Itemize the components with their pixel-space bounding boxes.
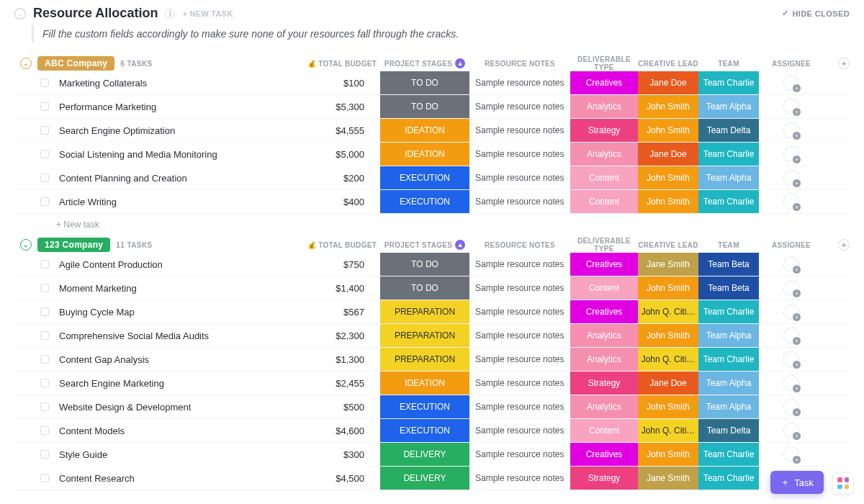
team-cell[interactable]: Team Alpha [698, 372, 759, 395]
stage-cell[interactable]: IDEATION [380, 372, 469, 395]
add-assignee-button[interactable] [783, 423, 799, 438]
task-name[interactable]: Content Models [56, 419, 304, 442]
task-status-checkbox[interactable] [40, 426, 49, 435]
deliverable-cell[interactable]: Analytics [570, 395, 638, 418]
notes-cell[interactable]: Sample resource notes [469, 166, 570, 189]
add-assignee-button[interactable] [783, 328, 799, 343]
add-assignee-button[interactable] [783, 146, 799, 162]
team-cell[interactable]: Team Charlie [698, 443, 759, 466]
budget-cell[interactable]: $4,555 [304, 119, 380, 142]
task-name[interactable]: Marketing Collaterals [56, 71, 304, 94]
task-row[interactable]: Buying Cycle Map$567PREPARATIONSample re… [14, 300, 850, 324]
notes-cell[interactable]: Sample resource notes [469, 467, 570, 490]
notes-cell[interactable]: Sample resource notes [469, 348, 570, 371]
team-cell[interactable]: Team Charlie [698, 190, 759, 213]
notes-cell[interactable]: Sample resource notes [469, 276, 570, 300]
task-name[interactable]: Website Design & Development [56, 395, 304, 418]
col-header-budget[interactable]: 💰 TOTAL BUDGET [304, 241, 380, 249]
deliverable-cell[interactable]: Analytics [570, 348, 638, 371]
creative-lead-cell[interactable]: Jane Smith [638, 467, 698, 490]
task-row[interactable]: Website Design & Development$500EXECUTIO… [14, 395, 850, 419]
stage-cell[interactable]: PREPARATION [380, 348, 469, 371]
creative-lead-cell[interactable]: Jane Doe [638, 143, 698, 166]
budget-cell[interactable]: $4,600 [304, 419, 380, 442]
col-header-notes[interactable]: RESOURCE NOTES [469, 60, 570, 68]
add-assignee-button[interactable] [783, 351, 799, 367]
create-task-fab[interactable]: ＋ Task [770, 471, 824, 494]
team-cell[interactable]: Team Charlie [698, 71, 759, 94]
stage-cell[interactable]: DELIVERY [380, 443, 469, 466]
col-header-lead[interactable]: CREATIVE LEAD [638, 241, 698, 249]
notes-cell[interactable]: Sample resource notes [469, 419, 570, 442]
creative-lead-cell[interactable]: John Q. Citi… [638, 419, 698, 442]
add-assignee-button[interactable] [783, 194, 799, 210]
task-status-checkbox[interactable] [40, 284, 49, 292]
notes-cell[interactable]: Sample resource notes [469, 395, 570, 418]
budget-cell[interactable]: $567 [304, 300, 380, 323]
new-task-button[interactable]: + NEW TASK [182, 9, 233, 18]
add-assignee-button[interactable] [783, 280, 799, 296]
notes-cell[interactable]: Sample resource notes [469, 300, 570, 323]
new-task-row[interactable]: + New task [14, 214, 850, 233]
task-name[interactable]: Style Guide [56, 443, 304, 466]
task-row[interactable]: Performance Marketing$5,300TO DOSample r… [14, 95, 850, 119]
col-header-deliverable[interactable]: DELIVERABLE TYPE [570, 55, 638, 71]
deliverable-cell[interactable]: Analytics [570, 95, 638, 118]
team-cell[interactable]: Team Charlie [698, 348, 759, 371]
col-header-stages[interactable]: PROJECT STAGES ▲ [380, 240, 469, 250]
deliverable-cell[interactable]: Creatives [570, 71, 638, 94]
creative-lead-cell[interactable]: John Q. Citi… [638, 300, 698, 323]
info-icon[interactable]: i [165, 9, 175, 19]
deliverable-cell[interactable]: Content [570, 419, 638, 442]
budget-cell[interactable]: $2,455 [304, 372, 380, 395]
col-header-notes[interactable]: RESOURCE NOTES [469, 241, 570, 249]
team-cell[interactable]: Team Alpha [698, 324, 759, 347]
task-name[interactable]: Search Engine Optimization [56, 119, 304, 142]
deliverable-cell[interactable]: Content [570, 166, 638, 189]
col-header-team[interactable]: TEAM [698, 60, 759, 68]
add-assignee-button[interactable] [783, 399, 799, 415]
stage-cell[interactable]: TO DO [380, 253, 469, 276]
col-header-deliverable[interactable]: DELIVERABLE TYPE [570, 237, 638, 253]
budget-cell[interactable]: $200 [304, 166, 380, 189]
stage-cell[interactable]: IDEATION [380, 143, 469, 166]
col-header-assignee[interactable]: ASSIGNEE [759, 241, 824, 249]
deliverable-cell[interactable]: Strategy [570, 372, 638, 395]
deliverable-cell[interactable]: Analytics [570, 143, 638, 166]
task-name[interactable]: Article Writing [56, 190, 304, 213]
task-status-checkbox[interactable] [40, 78, 49, 87]
col-header-lead[interactable]: CREATIVE LEAD [638, 60, 698, 68]
notes-cell[interactable]: Sample resource notes [469, 95, 570, 118]
creative-lead-cell[interactable]: John Smith [638, 276, 698, 300]
task-status-checkbox[interactable] [40, 402, 49, 411]
add-column-button[interactable]: + [838, 239, 850, 251]
team-cell[interactable]: Team Beta [698, 253, 759, 276]
apps-launcher-button[interactable] [832, 472, 854, 494]
deliverable-cell[interactable]: Creatives [570, 300, 638, 323]
notes-cell[interactable]: Sample resource notes [469, 119, 570, 142]
notes-cell[interactable]: Sample resource notes [469, 443, 570, 466]
task-row[interactable]: Search Engine Optimization$4,555IDEATION… [14, 119, 850, 143]
stage-cell[interactable]: EXECUTION [380, 166, 469, 189]
stage-cell[interactable]: PREPARATION [380, 324, 469, 347]
budget-cell[interactable]: $4,500 [304, 467, 380, 490]
task-status-checkbox[interactable] [40, 307, 49, 316]
deliverable-cell[interactable]: Creatives [570, 253, 638, 276]
add-assignee-button[interactable] [783, 122, 799, 138]
creative-lead-cell[interactable]: John Smith [638, 443, 698, 466]
creative-lead-cell[interactable]: John Smith [638, 166, 698, 189]
task-row[interactable]: Content Gap Analysis$1,300PREPARATIONSam… [14, 348, 850, 372]
creative-lead-cell[interactable]: Jane Doe [638, 71, 698, 94]
creative-lead-cell[interactable]: Jane Doe [638, 372, 698, 395]
task-status-checkbox[interactable] [40, 174, 49, 182]
notes-cell[interactable]: Sample resource notes [469, 190, 570, 213]
team-cell[interactable]: Team Alpha [698, 166, 759, 189]
add-assignee-button[interactable] [783, 375, 799, 391]
team-cell[interactable]: Team Delta [698, 119, 759, 142]
add-assignee-button[interactable] [783, 256, 799, 272]
budget-cell[interactable]: $400 [304, 190, 380, 213]
add-assignee-button[interactable] [783, 99, 799, 114]
task-row[interactable]: Social Listening and Media Monitoring$5,… [14, 143, 850, 166]
team-cell[interactable]: Team Alpha [698, 395, 759, 418]
creative-lead-cell[interactable]: John Smith [638, 395, 698, 418]
